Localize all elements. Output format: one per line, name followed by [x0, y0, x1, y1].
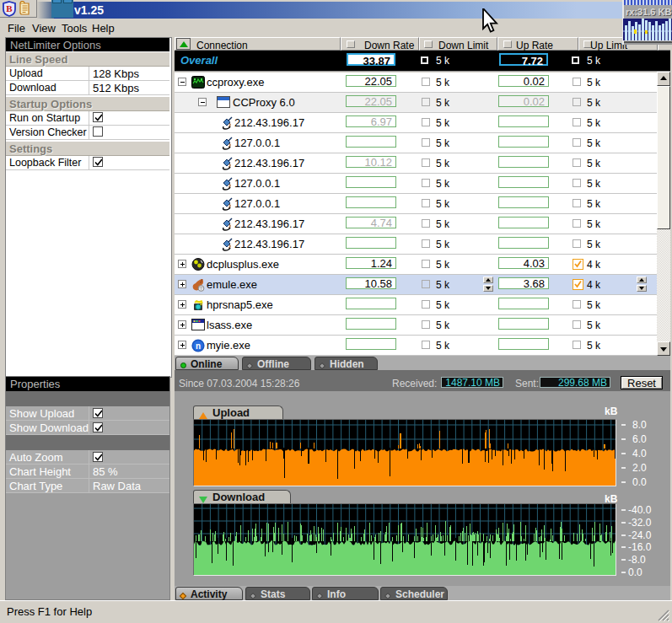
- svg-text:B: B: [6, 3, 13, 13]
- svg-text:n: n: [196, 341, 201, 351]
